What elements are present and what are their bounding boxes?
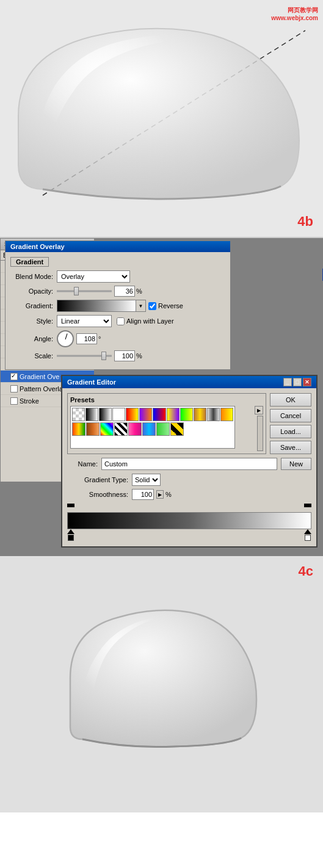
preset-violet-orange[interactable] xyxy=(139,408,152,421)
reverse-checkbox-label[interactable]: Reverse xyxy=(148,302,183,310)
gradient-type-row: Gradient Type: Solid xyxy=(67,474,311,486)
new-gradient-button[interactable]: New xyxy=(281,458,311,470)
presets-grid-box xyxy=(70,406,235,449)
smoothness-unit: % xyxy=(165,491,172,498)
opacity-stop-right[interactable] xyxy=(304,504,311,514)
scale-row: Scale: % xyxy=(10,350,225,361)
preset-fire[interactable] xyxy=(72,422,85,436)
preset-stripe[interactable] xyxy=(114,422,128,436)
maximize-btn[interactable]: □ xyxy=(293,378,302,386)
blend-mode-label: Blend Mode: xyxy=(10,273,53,280)
dialog-area: Styles Blending Options: Custom Drop Sha… xyxy=(0,238,323,556)
scale-slider[interactable] xyxy=(57,352,112,360)
preset-orange[interactable] xyxy=(220,408,233,421)
svg-marker-4 xyxy=(304,529,311,534)
stroke-label: Stroke xyxy=(20,397,39,405)
close-btn[interactable]: ✕ xyxy=(303,378,311,386)
opacity-unit: % xyxy=(136,288,142,295)
scale-input[interactable] xyxy=(114,350,135,361)
opacity-slider-container xyxy=(57,287,112,295)
preset-copper[interactable] xyxy=(194,408,206,421)
checkbox-stroke[interactable] xyxy=(10,397,18,405)
angle-dial[interactable] xyxy=(57,330,74,347)
smoothness-stepper-btn[interactable]: ▶ xyxy=(156,490,164,499)
opacity-stop-left[interactable] xyxy=(67,504,74,514)
preset-black-trans[interactable] xyxy=(99,408,112,421)
gradient-swatch[interactable] xyxy=(57,300,136,312)
gradient-editor-title-bar: Gradient Editor _ □ ✕ xyxy=(62,376,316,388)
svg-marker-1 xyxy=(68,504,74,507)
smoothness-input[interactable] xyxy=(132,489,154,500)
preset-chrome[interactable] xyxy=(207,408,220,421)
preset-red-yellow[interactable] xyxy=(126,408,139,421)
presets-row-2 xyxy=(72,422,233,436)
ge-save-button[interactable]: Save... xyxy=(270,441,311,454)
preset-green-yellow[interactable] xyxy=(180,408,193,421)
align-layer-label[interactable]: Align with Layer xyxy=(117,317,174,325)
ge-ok-button[interactable]: OK xyxy=(270,393,311,407)
name-row: Name: New xyxy=(67,458,311,470)
blend-mode-select[interactable]: Overlay xyxy=(57,270,130,283)
ge-buttons: OK Cancel Load... Save... xyxy=(270,393,311,454)
style-select[interactable]: Linear xyxy=(57,315,112,327)
ge-load-button[interactable]: Load... xyxy=(270,425,311,438)
opacity-row: Opacity: % xyxy=(10,286,225,297)
gradient-editor-body: Presets xyxy=(62,388,316,546)
smoothness-row: Smoothness: ▶ % xyxy=(67,489,311,500)
presets-arrow-btn[interactable]: ▶ xyxy=(255,406,263,414)
gradient-preview-bar xyxy=(67,512,311,529)
gradient-type-select[interactable]: Solid xyxy=(132,474,161,486)
gradient-label: Gradient: xyxy=(10,302,53,309)
pattern-overlay-label: Pattern Overlay xyxy=(20,385,66,392)
preset-white-trans[interactable] xyxy=(112,408,125,421)
main-blob xyxy=(18,29,299,199)
preset-yellow-violet[interactable] xyxy=(167,408,180,421)
presets-section: Presets xyxy=(67,393,266,454)
angle-row: Angle: ° xyxy=(10,330,225,347)
label-4c: 4c xyxy=(299,563,313,579)
minimize-btn[interactable]: _ xyxy=(283,378,292,386)
name-input[interactable] xyxy=(101,458,277,470)
ge-cancel-button[interactable]: Cancel xyxy=(270,409,311,422)
opacity-slider[interactable] xyxy=(57,287,112,295)
label-4b: 4b xyxy=(297,214,313,230)
preset-brown[interactable] xyxy=(86,422,100,436)
style-row: Style: Linear Align with Layer xyxy=(10,315,225,327)
style-label: Style: xyxy=(10,317,53,325)
color-stops-row xyxy=(67,529,311,539)
gradient-editor-dialog: Gradient Editor _ □ ✕ Presets xyxy=(61,375,318,548)
blob-shape-4a xyxy=(6,18,311,226)
preset-bw[interactable] xyxy=(85,408,98,421)
preset-transparent[interactable] xyxy=(72,408,85,421)
angle-label: Angle: xyxy=(10,335,53,342)
presets-scrollbar[interactable] xyxy=(257,416,263,451)
checkbox-gradient-overlay[interactable] xyxy=(10,373,18,380)
gradient-overlay-label: Gradient Ove xyxy=(20,373,59,380)
presets-row-1 xyxy=(72,408,233,421)
checkbox-pattern-overlay[interactable] xyxy=(10,385,18,392)
smoothness-label: Smoothness: xyxy=(67,491,128,498)
gradient-dropdown-btn[interactable]: ▼ xyxy=(136,300,146,312)
preset-green[interactable] xyxy=(156,422,170,436)
color-stop-left[interactable] xyxy=(67,529,74,541)
preset-blue[interactable] xyxy=(142,422,156,436)
opacity-stops-row xyxy=(67,504,311,512)
color-stop-right[interactable] xyxy=(304,529,311,541)
scale-slider-container xyxy=(57,352,112,360)
angle-input[interactable] xyxy=(76,333,97,344)
svg-marker-2 xyxy=(304,504,311,512)
color-stop-left-box xyxy=(68,535,74,541)
opacity-input[interactable] xyxy=(114,286,135,297)
preset-stripe2[interactable] xyxy=(170,422,184,436)
align-layer-checkbox[interactable] xyxy=(117,317,125,325)
preset-pink[interactable] xyxy=(128,422,142,436)
smoothness-stepper: ▶ xyxy=(156,490,164,499)
preset-blue-red[interactable] xyxy=(153,408,165,421)
preset-rainbow[interactable] xyxy=(100,422,114,436)
presets-row-container: Presets xyxy=(67,393,311,454)
color-stop-right-box xyxy=(305,535,311,541)
presets-label: Presets xyxy=(70,396,263,403)
watermark-line1: 网页教学网 xyxy=(271,6,318,14)
gradient-bar-container xyxy=(67,504,311,539)
reverse-checkbox[interactable] xyxy=(148,302,156,310)
